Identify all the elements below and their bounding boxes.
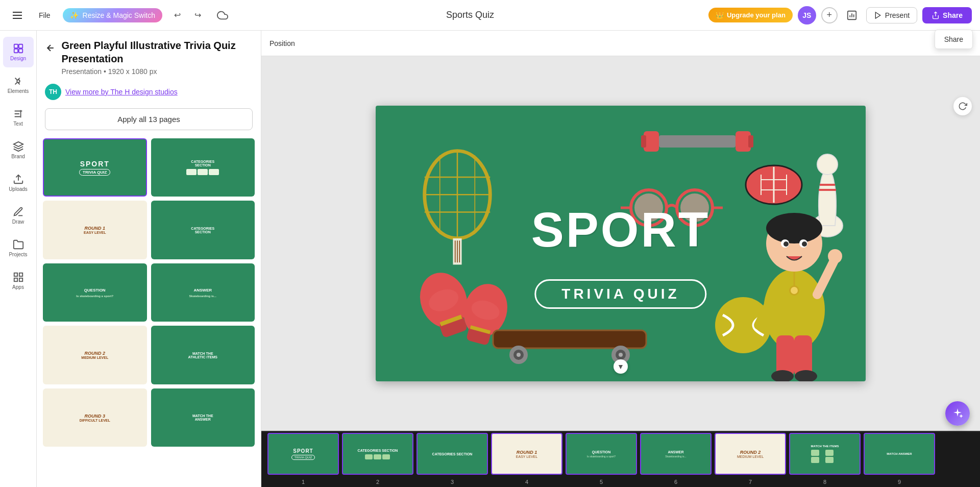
sidebar-item-elements[interactable]: Elements (3, 69, 34, 100)
svg-rect-9 (19, 278, 22, 281)
share-icon (932, 11, 940, 19)
canvas-area: Position (261, 31, 980, 487)
strip-page-5-wrap: QUESTION Is skateboarding a sport? 5 (566, 433, 637, 486)
svg-point-58 (517, 353, 521, 357)
svg-point-67 (766, 213, 822, 243)
thumb-5-content: QUESTION Is skateboarding a sport? (44, 264, 146, 321)
sidebar-item-apps[interactable]: Apps (3, 265, 34, 296)
panel-title: Green Playful Illustrative Trivia Quiz P… (61, 39, 253, 65)
design-icon (13, 43, 24, 54)
brand-icon (13, 141, 24, 152)
cloud-save-button[interactable] (213, 6, 232, 25)
panel-back-button[interactable] (45, 41, 56, 55)
strip-thumb-7[interactable]: ROUND 2 MEDIUM LEVEL (715, 433, 786, 475)
magic-assistant-button[interactable] (945, 401, 970, 426)
share-label: Share (943, 11, 963, 19)
refresh-icon (958, 102, 967, 111)
icon-sidebar: Design Elements Text Brand Uploads (0, 31, 37, 487)
strip-thumb-8[interactable]: MATCH THE ITEMS (789, 433, 861, 475)
svg-rect-62 (776, 335, 794, 376)
sidebar-item-draw[interactable]: Draw (3, 200, 34, 231)
strip-page-7-wrap: ROUND 2 MEDIUM LEVEL 7 (715, 433, 786, 486)
thumb-4-content: CATEGORIES SECTION (152, 202, 254, 258)
template-thumb-2[interactable]: CATEGORIES SECTION (151, 138, 255, 197)
topbar: File ✨ Resize & Magic Switch ↩ ↪ 👑 Upgra… (0, 0, 980, 31)
file-menu-button[interactable]: File (33, 8, 57, 22)
slide-trivia-text: TRIVIA QUIZ (534, 279, 706, 309)
thumb-7-content: ROUND 2 MEDIUM LEVEL (44, 327, 146, 383)
strip-page-2-wrap: CATEGORIES SECTION 2 (342, 433, 413, 486)
template-thumb-8[interactable]: MATCH THEATHLETIC ITEMS (151, 326, 255, 384)
present-button[interactable]: Present (866, 7, 917, 23)
svg-line-72 (817, 259, 835, 295)
panel-scroll-area[interactable]: SPORT TRIVIA QUIZ CATEGORIES SECTION (37, 136, 261, 487)
strip-page-num-5: 5 (600, 479, 603, 485)
design-label: Design (10, 56, 26, 61)
upgrade-button[interactable]: 👑 Upgrade your plan (708, 8, 793, 22)
refresh-button[interactable] (953, 97, 972, 115)
present-icon (874, 11, 882, 19)
uploads-icon (13, 174, 24, 185)
panel-title-block: Green Playful Illustrative Trivia Quiz P… (61, 39, 253, 76)
strip-page-num-3: 3 (451, 479, 454, 485)
redo-button[interactable]: ↪ (189, 6, 207, 25)
svg-marker-1 (875, 12, 880, 18)
elements-label: Elements (8, 88, 29, 94)
author-link[interactable]: View more by The H design studios (65, 88, 178, 96)
document-title-input[interactable] (407, 8, 533, 22)
magic-wand-icon (951, 407, 964, 420)
strip-thumb-4[interactable]: ROUND 1 EASY LEVEL (491, 433, 562, 475)
svg-rect-63 (794, 335, 812, 376)
add-collaborator-button[interactable]: + (821, 7, 838, 23)
template-thumb-7[interactable]: ROUND 2 MEDIUM LEVEL (43, 326, 147, 384)
sidebar-item-design[interactable]: Design (3, 37, 34, 67)
character-illustration (738, 177, 850, 381)
thumbnail-strip[interactable]: SPORT TRIVIA QUIZ 1 CATEGORIES SECTION (261, 431, 980, 487)
thumb-2-content: CATEGORIES SECTION (152, 139, 254, 196)
template-thumb-5[interactable]: QUESTION Is skateboarding a sport? (43, 263, 147, 322)
sidebar-item-projects[interactable]: Projects (3, 233, 34, 263)
svg-rect-7 (14, 273, 17, 276)
upgrade-label: Upgrade your plan (727, 11, 786, 19)
strip-thumb-9[interactable]: MATCH ANSWER (864, 433, 935, 475)
analytics-button[interactable] (843, 6, 861, 25)
panel-author-row: TH View more by The H design studios (37, 80, 261, 104)
dumbbell-decoration (641, 121, 753, 162)
strip-page-6-wrap: ANSWER Skateboarding is... 6 (640, 433, 712, 486)
skateboard-decoration (488, 315, 651, 366)
collapse-strip-button[interactable]: ▼ (614, 359, 628, 374)
strip-page-9-wrap: MATCH ANSWER 9 (864, 433, 935, 486)
avatar-initials: JS (802, 11, 811, 19)
template-thumb-4[interactable]: CATEGORIES SECTION (151, 201, 255, 259)
magic-switch-button[interactable]: ✨ Resize & Magic Switch (63, 8, 162, 22)
template-thumb-10[interactable]: MATCH THEANSWER (151, 388, 255, 447)
strip-page-num-8: 8 (823, 479, 826, 485)
template-thumb-6[interactable]: ANSWER Skateboarding is... (151, 263, 255, 322)
template-thumb-1[interactable]: SPORT TRIVIA QUIZ (43, 138, 147, 197)
share-button[interactable]: Share (922, 7, 972, 23)
projects-icon (13, 239, 24, 250)
svg-rect-8 (19, 273, 22, 276)
slide-sport-text: SPORT (531, 205, 710, 254)
undo-button[interactable]: ↩ (168, 6, 187, 25)
sidebar-item-text[interactable]: Text (3, 102, 34, 133)
main-area: Design Elements Text Brand Uploads (0, 31, 980, 487)
strip-thumb-2[interactable]: CATEGORIES SECTION (342, 433, 413, 475)
strip-thumb-1[interactable]: SPORT TRIVIA QUIZ (267, 433, 339, 475)
elements-icon (13, 76, 24, 87)
strip-thumb-5[interactable]: QUESTION Is skateboarding a sport? (566, 433, 637, 475)
template-thumb-3[interactable]: ROUND 1 EASY LEVEL (43, 201, 147, 259)
hamburger-menu-button[interactable] (8, 6, 27, 25)
magic-star-icon: ✨ (70, 11, 79, 19)
template-thumb-9[interactable]: ROUND 3 DIFFICULT LEVEL (43, 388, 147, 447)
apply-all-button[interactable]: Apply all 13 pages (45, 108, 253, 130)
svg-point-6 (17, 80, 20, 83)
svg-rect-5 (18, 49, 22, 53)
user-avatar[interactable]: JS (798, 6, 816, 25)
strip-thumb-3[interactable]: CATEGORIES SECTION (416, 433, 488, 475)
sidebar-item-uploads[interactable]: Uploads (3, 167, 34, 198)
strip-thumb-6[interactable]: ANSWER Skateboarding is... (640, 433, 712, 475)
svg-point-77 (791, 287, 798, 294)
strip-page-8-wrap: MATCH THE ITEMS 8 (789, 433, 861, 486)
sidebar-item-brand[interactable]: Brand (3, 135, 34, 165)
